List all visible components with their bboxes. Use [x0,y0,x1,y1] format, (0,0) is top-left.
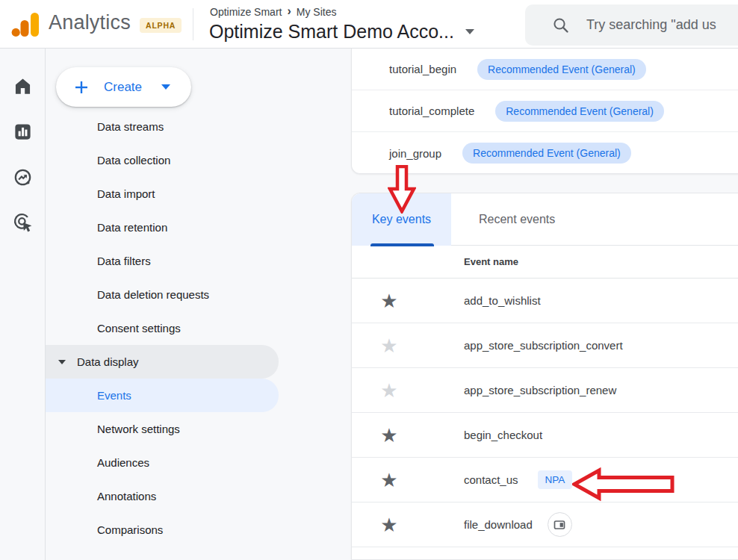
sidebar-item-data-streams[interactable]: Data streams [46,110,279,143]
table-row[interactable]: contact_us NPA [352,458,738,503]
home-icon[interactable] [13,76,33,96]
table-row[interactable]: add_to_wishlist [352,279,738,323]
chevron-down-icon [465,29,474,34]
nav-rail [0,49,46,560]
breadcrumb-account[interactable]: Optimize Smart [210,6,282,18]
column-header-event-name: Event name [464,256,518,267]
sidebar-item-data-collection[interactable]: Data collection [46,143,279,177]
explore-icon[interactable] [13,167,33,187]
recommended-events-card: tutorial_begin Recommended Event (Genera… [351,49,738,174]
sidebar-item-label: Events [97,389,131,402]
search-input[interactable] [586,17,738,33]
google-analytics-logo-icon[interactable] [10,8,43,41]
sidebar-item-label: Audiences [97,456,149,469]
active-tab-indicator [370,243,434,246]
recommended-event-badge: Recommended Event (General) [477,59,646,80]
create-button[interactable]: Create [56,67,191,107]
sidebar-item-label: Data deletion requests [97,288,209,301]
sidebar-item-label: Data filters [97,255,151,267]
card-icon [554,519,565,531]
analytics-admin-page: Analytics ALPHA Optimize Smart › My Site… [0,0,738,560]
sidebar-item-network-settings[interactable]: Network settings [46,412,279,446]
sidebar-item-label: Data streams [97,120,164,133]
star-icon[interactable] [378,379,400,402]
advertising-icon[interactable] [13,212,33,232]
reports-icon[interactable] [13,122,33,142]
breadcrumb-section[interactable]: My Sites [297,6,337,18]
breadcrumb: Optimize Smart › My Sites [210,5,336,19]
star-icon[interactable] [378,514,400,536]
sidebar-item-label: Comparisons [97,523,163,536]
recommended-event-badge: Recommended Event (General) [495,101,664,122]
sidebar-item-data-deletion-requests[interactable]: Data deletion requests [46,278,279,311]
chevron-down-icon [161,84,170,90]
event-name: app_store_subscription_renew [464,384,616,396]
event-name: file_download [464,518,533,531]
table-row[interactable]: begin_checkout [352,413,738,458]
npa-badge: NPA [538,470,573,489]
header-divider [193,8,193,40]
table-row[interactable]: tutorial_begin Recommended Event (Genera… [352,49,738,90]
tab-label: Recent events [479,213,555,226]
tab-label: Key events [372,213,431,226]
top-header: Analytics ALPHA Optimize Smart › My Site… [0,0,738,49]
sidebar-item-data-import[interactable]: Data import [46,177,279,211]
annotation-arrow-down-icon [388,165,416,214]
app-title: Analytics [49,11,131,34]
plus-icon [74,80,89,95]
star-icon[interactable] [378,469,400,491]
star-icon[interactable] [378,335,400,357]
breadcrumb-chevron-icon: › [287,4,291,18]
event-name: contact_us [464,473,518,486]
sidebar-item-segments[interactable]: Segments [46,547,279,560]
event-source-badge[interactable] [548,512,572,537]
sidebar-item-label: Network settings [97,423,180,435]
table-row[interactable]: app_store_subscription_convert [352,323,738,368]
sidebar-item-audiences[interactable]: Audiences [46,446,279,479]
sidebar-item-comparisons[interactable]: Comparisons [46,513,279,547]
expand-caret-icon[interactable] [58,360,66,364]
tab-recent-events[interactable]: Recent events [465,193,568,246]
table-row[interactable]: file_download [352,503,738,547]
sidebar-item-label: Data display [77,355,139,368]
sidebar-item-consent-settings[interactable]: Consent settings [46,311,279,345]
star-icon[interactable] [378,290,400,312]
table-header-row: Event name [352,246,738,279]
event-name: app_store_subscription_convert [464,339,623,352]
recommended-event-badge: Recommended Event (General) [462,143,631,164]
sidebar-item-label: Data retention [97,221,167,234]
table-row[interactable]: app_store_subscription_renew [352,368,738,413]
sidebar-item-label: Data collection [97,154,170,167]
alpha-badge: ALPHA [140,18,182,33]
sidebar-item-label: Annotations [97,490,156,503]
sidebar-item-events[interactable]: Events [46,379,279,412]
sidebar-item-data-retention[interactable]: Data retention [46,211,279,244]
events-table-card: Key events Recent events Event name add_… [351,193,738,560]
property-selector[interactable]: Optimize Smart Demo Acco... [209,21,474,43]
event-name: join_group [389,147,441,160]
event-name: tutorial_complete [389,105,474,117]
sidebar-item-label: Segments [97,557,148,560]
event-name: begin_checkout [464,429,542,441]
event-name: add_to_wishlist [464,294,541,307]
event-name: tutorial_begin [389,63,456,75]
property-title: Optimize Smart Demo Acco... [209,21,454,43]
sidebar-item-data-filters[interactable]: Data filters [46,244,279,278]
table-row[interactable]: tutorial_complete Recommended Event (Gen… [352,90,738,132]
create-button-label: Create [104,80,142,95]
sidebar-item-annotations[interactable]: Annotations [46,479,279,513]
annotation-arrow-left-icon [572,467,677,501]
sidebar-item-label: Data import [97,187,155,200]
sidebar-item-label: Consent settings [97,322,181,335]
search-bar[interactable] [525,4,738,46]
search-icon [552,16,570,34]
sidebar-item-data-display[interactable]: Data display [46,345,279,379]
star-icon[interactable] [378,424,400,447]
